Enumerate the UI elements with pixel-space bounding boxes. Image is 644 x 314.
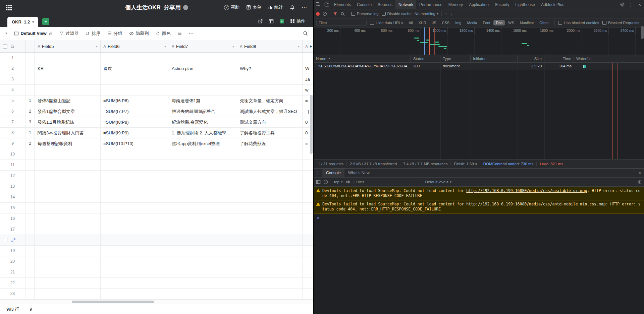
table-row[interactable]: 14 (0, 192, 313, 203)
column-header-field5[interactable]: AField5▾ (35, 40, 101, 52)
cell-partial-left[interactable] (25, 160, 35, 170)
table-row[interactable]: 19 (0, 246, 313, 256)
cell-partial-right[interactable] (303, 224, 313, 235)
cell-field7[interactable]: 每兩週發佈1篇 (169, 96, 237, 106)
col-type[interactable]: Type (440, 55, 471, 62)
table-row[interactable]: 12 (0, 171, 313, 181)
cell-partial-right[interactable]: Ja (303, 74, 313, 84)
table-row[interactable]: 6 2 發佈1篇整合型文章 =SUM(I7:P7) 把過去的韓國遊記整合 測試懶… (0, 106, 313, 117)
cell-partial-right[interactable] (303, 181, 313, 192)
row-number[interactable]: 6 (0, 106, 25, 117)
table-row[interactable]: 20 (0, 256, 313, 267)
request-row[interactable]: %E5%80%8B%E4%BA%BA%E7%94%9F%E6%B4... 200… (314, 63, 644, 70)
cell-partial-left[interactable] (25, 192, 35, 202)
row-number[interactable]: 20 (0, 256, 25, 267)
cell-field6[interactable] (101, 203, 169, 213)
cell-field6[interactable]: =SUM(I6:P6) (101, 96, 169, 106)
info-icon[interactable] (183, 5, 188, 10)
hide-data-urls-checkbox[interactable]: Hide data URLs (370, 21, 403, 25)
drawer-tab-whats-new[interactable]: What's New (344, 169, 373, 177)
cell-field8[interactable] (237, 149, 303, 160)
table-row[interactable]: 5 1 發佈8篇釜山遊記 =SUM(I6:P6) 每兩週發佈1篇 先衝文章量，確… (0, 96, 313, 106)
cell-partial-right[interactable] (303, 289, 313, 299)
cell-field8[interactable] (237, 85, 303, 95)
network-filter-media[interactable]: Media (465, 20, 479, 25)
cell-field5[interactable] (35, 246, 101, 256)
devtools-scrollbar-thumb[interactable] (641, 26, 644, 39)
device-toolbar-icon[interactable] (322, 0, 331, 9)
automation-icon[interactable] (279, 19, 284, 24)
row-number[interactable]: 19 (0, 246, 25, 256)
network-filter-js[interactable]: JS (430, 20, 439, 25)
row-number[interactable]: 4 (0, 85, 25, 95)
network-filter-img[interactable]: Img (453, 20, 464, 25)
cell-field7[interactable] (169, 267, 237, 277)
col-waterfall[interactable]: Waterfall (574, 55, 644, 62)
cell-partial-left[interactable]: 2 (25, 138, 35, 149)
group-button[interactable]: 分组 (107, 30, 122, 37)
cell-field7[interactable] (169, 278, 237, 288)
network-filter-all[interactable]: All (406, 20, 415, 25)
disable-cache-checkbox[interactable]: Disable cache (382, 12, 412, 16)
network-filter-font[interactable]: Font (480, 20, 492, 25)
devtools-tab-adblock-plus[interactable]: Adblock Plus (538, 0, 567, 9)
cell-field6[interactable] (101, 278, 169, 288)
cell-field7[interactable] (169, 256, 237, 267)
column-header-partial-right[interactable]: AF (303, 40, 313, 52)
vertical-scrollbar[interactable] (310, 95, 313, 154)
cell-field6[interactable] (101, 74, 169, 84)
cell-field6[interactable] (101, 149, 169, 160)
tab-okr[interactable]: OKR_1.2▾ (7, 17, 38, 27)
col-name[interactable]: Name▲ (314, 55, 411, 62)
clear-icon[interactable] (323, 12, 327, 16)
cell-field6[interactable] (101, 160, 169, 170)
cell-partial-right[interactable] (303, 246, 313, 256)
select-all-checkbox[interactable] (3, 44, 7, 49)
row-number[interactable]: 15 (0, 203, 25, 213)
cell-field6[interactable] (101, 246, 169, 256)
cell-field5[interactable] (35, 256, 101, 267)
cell-field5[interactable] (35, 278, 101, 288)
cell-field5[interactable]: 每週整理記帳資料 (35, 138, 101, 149)
filter-button[interactable]: 过滤器 (59, 30, 79, 37)
cell-field5[interactable]: 閱讀3本投資理財入門書 (35, 128, 101, 138)
cell-field8[interactable] (237, 289, 303, 299)
row-number[interactable]: 22 (0, 278, 25, 288)
cell-partial-right[interactable] (303, 192, 313, 202)
cell-field6[interactable]: =SUM(I7:P7) (101, 106, 169, 117)
cell-field8[interactable] (237, 235, 303, 245)
cell-partial-left[interactable] (25, 74, 35, 84)
row-checkbox[interactable] (3, 238, 7, 242)
row-number[interactable]: 13 (0, 181, 25, 192)
devtools-tab-lighthouse[interactable]: Lighthouse (512, 0, 538, 9)
cell-field6[interactable] (101, 256, 169, 267)
col-status[interactable]: Status (411, 55, 440, 62)
cell-field7[interactable]: 把過去的韓國遊記整合 (169, 106, 237, 117)
cell-field5[interactable] (35, 149, 101, 160)
row-number[interactable]: 3 (0, 74, 25, 84)
table-row[interactable] (0, 235, 313, 246)
cell-field5[interactable]: 發佈1.2月體脂紀錄 (35, 117, 101, 127)
cell-partial-left[interactable] (25, 149, 35, 160)
devtools-close-icon[interactable]: × (635, 0, 644, 9)
column-header-field7[interactable]: AField7▾ (169, 40, 237, 52)
cell-field8[interactable]: 先衝文章量，確定方向 (237, 96, 303, 106)
devtools-tab-application[interactable]: Application (466, 0, 492, 9)
filter-funnel-icon[interactable] (333, 12, 337, 16)
row-number[interactable]: 23 (0, 289, 25, 299)
cell-field5[interactable]: 發佈8篇釜山遊記 (35, 96, 101, 106)
cell-partial-left[interactable] (25, 289, 35, 299)
cell-field8[interactable] (237, 278, 303, 288)
drawer-menu-icon[interactable]: ⋮ (314, 169, 322, 177)
cell-partial-right[interactable] (303, 213, 313, 224)
forms-grid-icon[interactable] (269, 19, 274, 24)
cell-partial-right[interactable] (303, 171, 313, 181)
network-filter-other[interactable]: Other (537, 20, 551, 25)
cell-field7[interactable] (169, 203, 237, 213)
table-row[interactable]: 22 (0, 278, 313, 289)
cell-field7[interactable] (169, 181, 237, 192)
cell-field5[interactable] (35, 267, 101, 277)
chevron-down-icon[interactable]: ▾ (96, 45, 98, 48)
table-row[interactable]: 21 (0, 267, 313, 278)
devtools-tab-security[interactable]: Security (492, 0, 512, 9)
